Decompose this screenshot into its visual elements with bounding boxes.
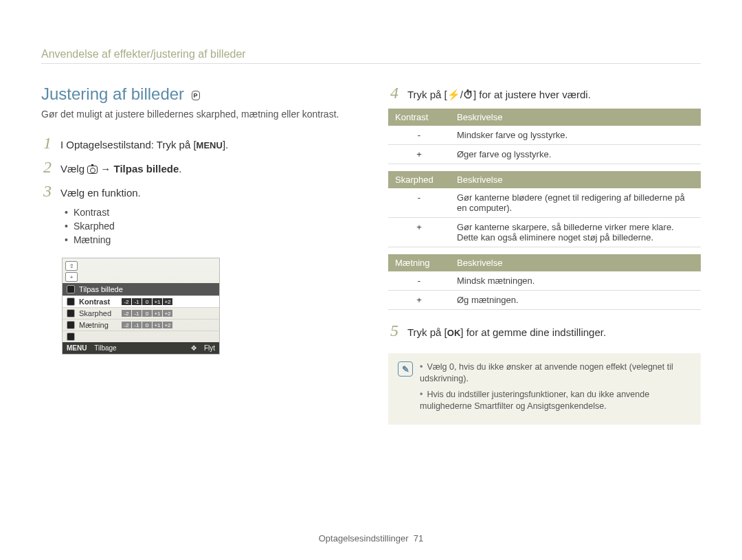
bullet-maetning: Mætning: [65, 234, 354, 245]
footer-section: Optagelsesindstillinger: [319, 533, 409, 544]
step-3-text: Vælg en funktion.: [60, 183, 141, 200]
table-row: +Øg mætningen.: [388, 291, 701, 310]
lcd-foot-right: Flyt: [204, 344, 215, 352]
lcd-title: Tilpas billede: [79, 285, 123, 293]
lcd-row-skarphed: Skarphed -2-10+1+2: [63, 307, 219, 319]
step-2-prefix: Vælg: [60, 163, 87, 175]
step-2-suffix: .: [179, 163, 181, 175]
step-3: 3 Vælg en funktion.: [41, 183, 354, 200]
step-1-suffix: ].: [223, 139, 228, 150]
lcd-icon-plus: +: [65, 272, 78, 282]
lcd-foot-left: Tilbage: [94, 344, 116, 352]
step-4-prefix: Tryk på [: [407, 89, 447, 100]
th-beskrivelse: Beskrivelse: [450, 171, 701, 188]
camera-icon: [87, 166, 98, 174]
intro-text: Gør det muligt at justere billedernes sk…: [41, 108, 354, 121]
lcd-row-maetning: Mætning -2-10+1+2: [63, 319, 219, 331]
bullet-kontrast: Kontrast: [65, 207, 354, 218]
lcd-row-icon: [67, 309, 75, 317]
note-item: Vælg 0, hvis du ikke ønsker at anvende n…: [420, 361, 691, 385]
lcd-title-row: Tilpas billede: [63, 283, 219, 295]
step-4: 4 Tryk på [⚡/⏱] for at justere hver værd…: [388, 85, 701, 102]
page-title: Justering af billeder: [41, 85, 184, 104]
note-box: ✎ Vælg 0, hvis du ikke ønsker at anvende…: [388, 353, 701, 425]
table-row: +Gør kanterne skarpere, så billederne vi…: [388, 218, 701, 247]
lcd-icon-off: ⇧: [65, 261, 78, 271]
step-5-prefix: Tryk på [: [407, 326, 447, 338]
table-maetning: MætningBeskrivelse -Mindsk mætningen. +Ø…: [388, 254, 701, 310]
left-column: Justering af billeder P Gør det muligt a…: [41, 85, 354, 425]
step-number: 4: [388, 85, 401, 101]
step-4-suffix: ] for at justere hver værdi.: [473, 89, 591, 100]
right-column: 4 Tryk på [⚡/⏱] for at justere hver værd…: [388, 85, 701, 425]
breadcrumb: Anvendelse af effekter/justering af bill…: [41, 48, 701, 64]
page-footer: Optagelsesindstillinger 71: [0, 533, 742, 544]
step-number: 2: [41, 159, 54, 175]
lcd-row-extra: [63, 331, 219, 342]
step-5-suffix: ] for at gemme dine indstillinger.: [460, 326, 606, 338]
flash-icon: ⚡: [447, 89, 460, 100]
step-2-bold: Tilpas billede: [114, 163, 179, 175]
step-1-prefix: I Optagelsestilstand: Tryk på [: [60, 139, 196, 150]
th-maetning: Mætning: [388, 254, 450, 271]
timer-icon: ⏱: [463, 89, 473, 100]
step-5: 5 Tryk på [OK] for at gemme dine indstil…: [388, 322, 701, 339]
lcd-row-kontrast: Kontrast -2-10+1+2: [63, 295, 219, 307]
table-row: -Gør kanterne blødere (egnet til rediger…: [388, 188, 701, 218]
step-2: 2 Vælg → Tilpas billede.: [41, 159, 354, 176]
th-beskrivelse: Beskrivelse: [450, 109, 701, 126]
bullet-skarphed: Skarphed: [65, 221, 354, 232]
lcd-preview: ⇧ + Tilpas billede Kontrast -2-10+1+2 S: [62, 258, 220, 355]
note-item: Hvis du indstiller justeringsfunktioner,…: [420, 389, 691, 412]
lcd-row-icon: [67, 321, 75, 329]
lcd-row-label: Kontrast: [79, 298, 117, 306]
table-row: -Mindsker farve og lysstyrke.: [388, 126, 701, 145]
footer-page-number: 71: [414, 533, 423, 544]
lcd-title-icon: [67, 285, 75, 293]
table-skarphed: SkarphedBeskrivelse -Gør kanterne bløder…: [388, 171, 701, 247]
step-1: 1 I Optagelsestilstand: Tryk på [MENU].: [41, 135, 354, 152]
th-beskrivelse: Beskrivelse: [450, 254, 701, 271]
lcd-row-icon: [67, 298, 75, 306]
lcd-ticks: -2-10+1+2: [122, 322, 172, 328]
step-number: 1: [41, 135, 54, 151]
camera-mode-icon: P: [192, 91, 200, 100]
note-icon: ✎: [398, 361, 413, 377]
step-3-bullets: Kontrast Skarphed Mætning: [65, 207, 354, 245]
th-kontrast: Kontrast: [388, 109, 450, 126]
table-row: -Mindsk mætningen.: [388, 271, 701, 291]
lcd-ticks: -2-10+1+2: [122, 310, 172, 317]
mode-badge-label: P: [194, 92, 198, 99]
nav-dpad-icon: ✥: [191, 344, 196, 352]
step-number: 5: [388, 322, 401, 339]
lcd-ticks: -2-10+1+2: [122, 298, 172, 305]
step-2-arrow: →: [98, 163, 113, 175]
lcd-row-icon: [67, 333, 75, 341]
table-kontrast: KontrastBeskrivelse -Mindsker farve og l…: [388, 109, 701, 164]
th-skarphed: Skarphed: [388, 171, 450, 188]
lcd-foot-menu-key: MENU: [67, 344, 87, 352]
lcd-row-label: Skarphed: [79, 309, 117, 317]
lcd-row-label: Mætning: [79, 321, 117, 329]
step-number: 3: [41, 183, 54, 199]
lcd-footer: MENU Tilbage ✥ Flyt: [63, 342, 219, 354]
table-row: +Øger farve og lysstyrke.: [388, 145, 701, 164]
ok-key-icon: OK: [447, 327, 461, 339]
menu-key-icon: MENU: [196, 139, 223, 152]
